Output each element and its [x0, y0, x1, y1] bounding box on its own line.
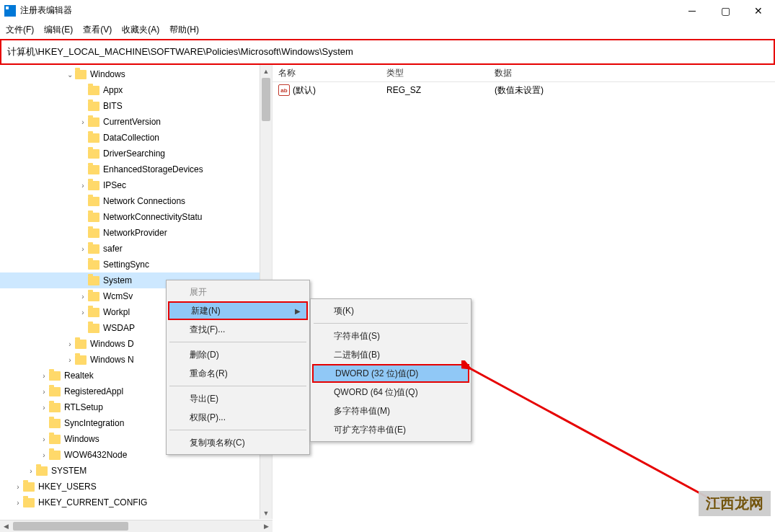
tree-item-hkey-users[interactable]: ›HKEY_USERS — [0, 479, 272, 495]
ctx-item-2[interactable]: 查找(F)... — [168, 320, 308, 339]
addressbar[interactable] — [0, 39, 775, 65]
tree-label: SyncIntegration — [64, 418, 124, 428]
ctx-item-1[interactable]: 新建(N)▶ — [168, 301, 308, 320]
watermark: 江西龙网 — [699, 491, 771, 516]
menu-separator — [314, 323, 468, 324]
tree-item-hkey-current-config[interactable]: ›HKEY_CURRENT_CONFIG — [0, 495, 272, 510]
close-button[interactable]: ✕ — [742, 0, 775, 22]
expander-icon[interactable]: › — [26, 467, 36, 475]
address-input[interactable] — [6, 46, 774, 58]
scroll-thumb[interactable] — [262, 78, 270, 121]
expander-icon[interactable]: › — [65, 340, 75, 348]
list-pane[interactable]: 名称 类型 数据 ab(默认)REG_SZ(数值未设置) — [273, 65, 775, 519]
expander-icon[interactable]: ⌄ — [65, 71, 75, 79]
tree-item-windows[interactable]: ⌄Windows — [0, 66, 272, 82]
folder-icon — [49, 403, 61, 412]
menu-file[interactable]: 文件(F) — [6, 24, 34, 36]
col-name[interactable]: 名称 — [273, 67, 381, 79]
tree-item-datacollection[interactable]: DataCollection — [0, 130, 272, 146]
string-value-icon: ab — [278, 84, 290, 96]
folder-icon — [49, 387, 61, 396]
expander-icon[interactable]: › — [39, 435, 49, 443]
col-data[interactable]: 数据 — [489, 67, 775, 79]
folder-icon — [49, 371, 61, 381]
hscroll-right-button[interactable]: ▶ — [260, 520, 273, 532]
sub-item-0[interactable]: 项(K) — [312, 301, 469, 320]
tree-label: safer — [103, 244, 123, 254]
tree-hscrollbar[interactable]: ◀ ▶ — [0, 520, 273, 532]
tree-label: HKEY_USERS — [38, 482, 97, 492]
tree-label: WOW6432Node — [64, 450, 127, 460]
tree-item-system[interactable]: ›SYSTEM — [0, 463, 272, 479]
context-submenu-new[interactable]: 项(K)字符串值(S)二进制值(B)DWORD (32 位)值(D)QWORD … — [310, 298, 471, 442]
tree-item-appx[interactable]: Appx — [0, 82, 272, 98]
sub-item-2[interactable]: 字符串值(S) — [312, 327, 469, 345]
expander-icon[interactable]: › — [78, 293, 88, 301]
folder-icon — [23, 498, 35, 507]
list-row[interactable]: ab(默认)REG_SZ(数值未设置) — [273, 82, 775, 98]
expander-icon[interactable]: › — [39, 372, 49, 380]
menu-edit[interactable]: 编辑(E) — [44, 24, 73, 36]
tree-item-network-connections[interactable]: Network Connections — [0, 193, 272, 209]
menu-separator — [169, 386, 306, 386]
scroll-down-button[interactable]: ▼ — [260, 507, 272, 519]
value-data: (数值未设置) — [489, 84, 775, 97]
tree-item-settingsync[interactable]: SettingSync — [0, 257, 272, 272]
tree-item-networkprovider[interactable]: NetworkProvider — [0, 225, 272, 241]
tree-item-driversearching[interactable]: DriverSearching — [0, 146, 272, 161]
tree-label: NetworkConnectivityStatu — [103, 212, 202, 222]
context-menu[interactable]: 展开新建(N)▶查找(F)...删除(D)重命名(R)导出(E)权限(P)...… — [166, 280, 310, 455]
folder-icon — [88, 324, 99, 333]
expander-icon[interactable]: › — [78, 309, 88, 316]
folder-icon — [49, 435, 61, 444]
menu-help[interactable]: 帮助(H) — [169, 24, 199, 36]
hscroll-thumb[interactable] — [13, 522, 128, 531]
tree-item-currentversion[interactable]: ›CurrentVersion — [0, 114, 272, 130]
expander-icon[interactable]: › — [78, 182, 88, 190]
tree-label: Realtek — [64, 371, 94, 381]
tree-label: EnhancedStorageDevices — [103, 164, 203, 174]
expander-icon[interactable]: › — [78, 245, 88, 253]
minimize-button[interactable]: ─ — [676, 0, 709, 22]
ctx-item-8[interactable]: 权限(P)... — [168, 408, 308, 427]
sub-item-7[interactable]: 可扩充字符串值(E) — [312, 420, 469, 439]
maximize-button[interactable]: ▢ — [709, 0, 742, 22]
sub-item-6[interactable]: 多字符串值(M) — [312, 402, 469, 420]
menu-favorites[interactable]: 收藏夹(A) — [122, 24, 159, 36]
sub-item-5[interactable]: QWORD (64 位)值(Q) — [312, 383, 469, 402]
expander-icon[interactable]: › — [78, 118, 88, 126]
expander-icon[interactable]: › — [39, 451, 49, 459]
folder-icon — [88, 229, 99, 238]
folder-icon — [88, 149, 99, 159]
scroll-up-button[interactable]: ▲ — [260, 65, 272, 77]
expander-icon[interactable]: › — [13, 483, 23, 491]
hscroll-left-button[interactable]: ◀ — [0, 520, 12, 532]
menu-view[interactable]: 查看(V) — [83, 24, 112, 36]
tree-item-bits[interactable]: BITS — [0, 98, 272, 114]
tree-item-ipsec[interactable]: ›IPSec — [0, 177, 272, 193]
expander-icon[interactable]: › — [39, 388, 49, 396]
folder-icon — [88, 133, 99, 143]
ctx-item-10[interactable]: 复制项名称(C) — [168, 433, 308, 452]
col-type[interactable]: 类型 — [381, 67, 489, 79]
value-name: (默认) — [293, 84, 316, 97]
submenu-arrow-icon: ▶ — [295, 307, 301, 315]
ctx-item-4[interactable]: 删除(D) — [168, 345, 308, 364]
folder-icon — [88, 276, 99, 285]
menu-item-label: 权限(P)... — [190, 412, 226, 424]
menu-item-label: 复制项名称(C) — [190, 437, 245, 449]
folder-icon — [88, 244, 99, 254]
tree-item-networkconnectivitystatu[interactable]: NetworkConnectivityStatu — [0, 209, 272, 225]
menu-separator — [169, 342, 306, 342]
tree-item-enhancedstoragedevices[interactable]: EnhancedStorageDevices — [0, 161, 272, 177]
sub-item-4[interactable]: DWORD (32 位)值(D) — [312, 364, 469, 383]
folder-icon — [88, 181, 99, 190]
expander-icon[interactable]: › — [39, 404, 49, 412]
ctx-item-5[interactable]: 重命名(R) — [168, 364, 308, 383]
sub-item-3[interactable]: 二进制值(B) — [312, 345, 469, 364]
tree-label: SettingSync — [103, 260, 149, 270]
ctx-item-7[interactable]: 导出(E) — [168, 389, 308, 408]
expander-icon[interactable]: › — [65, 356, 75, 364]
expander-icon[interactable]: › — [13, 499, 23, 507]
tree-item-safer[interactable]: ›safer — [0, 241, 272, 257]
